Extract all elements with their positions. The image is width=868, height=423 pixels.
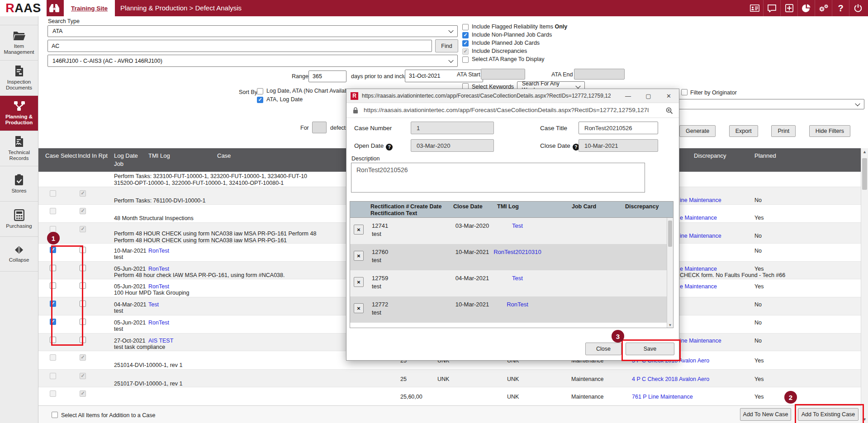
add-to-new-case-button[interactable]: Add To New Case bbox=[740, 408, 791, 421]
plus-square-icon[interactable] bbox=[780, 0, 797, 16]
scroll-down-arrow[interactable]: ▼ bbox=[861, 416, 868, 423]
case-select-checkbox[interactable] bbox=[50, 373, 56, 379]
include-option-checkbox[interactable] bbox=[462, 56, 469, 63]
action-button[interactable]: Hide Filters bbox=[809, 125, 850, 137]
tmi-log-link[interactable]: Test bbox=[148, 301, 159, 308]
sidebar-item-stores[interactable]: Stores bbox=[0, 166, 38, 201]
aircraft-select[interactable]: 146RJ100 - C-AIS3 (AC - AVRO 146RJ100) bbox=[47, 55, 458, 67]
case-select-checkbox[interactable] bbox=[50, 390, 56, 397]
save-button[interactable]: Save bbox=[626, 343, 674, 355]
case-select-checkbox[interactable] bbox=[50, 282, 56, 289]
tmi-log-link[interactable]: RonTest20210310 bbox=[486, 249, 549, 255]
scroll-thumb[interactable] bbox=[668, 221, 672, 247]
popup-table-scrollbar[interactable]: ▼ bbox=[667, 218, 673, 328]
minimize-button[interactable]: — bbox=[618, 89, 638, 103]
tmi-log-link[interactable]: RonTest bbox=[148, 320, 169, 326]
select-all-checkbox[interactable] bbox=[52, 412, 58, 418]
add-to-existing-case-button[interactable]: Add To Existing Case bbox=[798, 408, 859, 421]
search-type-select[interactable]: ATA bbox=[47, 25, 458, 37]
sidebar-item-planning-production[interactable]: Planning & Production bbox=[0, 95, 38, 131]
id-card-icon[interactable] bbox=[746, 0, 763, 16]
discrepancy-link[interactable]: 761 P Line Maintenance bbox=[632, 394, 693, 400]
case-select-checkbox[interactable] bbox=[50, 354, 56, 361]
case-select-checkbox[interactable] bbox=[50, 319, 56, 325]
popup-title-bar[interactable]: R https://raasais.aviationintertec.com/a… bbox=[346, 89, 679, 103]
tmi-log-link[interactable]: RonTest bbox=[486, 301, 549, 308]
include-option-checkbox[interactable] bbox=[462, 24, 469, 30]
close-window-button[interactable]: ✕ bbox=[659, 89, 679, 103]
remove-row-button[interactable]: ✕ bbox=[354, 225, 364, 235]
case-select-checkbox[interactable] bbox=[50, 337, 56, 343]
remove-row-button[interactable]: ✕ bbox=[354, 303, 364, 313]
incld-in-rpt-checkbox[interactable] bbox=[80, 337, 86, 343]
include-option-checkbox[interactable] bbox=[462, 40, 469, 47]
filter-originator-checkbox[interactable] bbox=[681, 89, 688, 95]
discrepancy-link[interactable]: ine Maintenance bbox=[680, 197, 721, 203]
range-input[interactable] bbox=[308, 70, 346, 82]
case-select-checkbox[interactable] bbox=[50, 226, 56, 232]
tab-training-site[interactable]: Training Site bbox=[64, 0, 115, 16]
defects-per-input[interactable] bbox=[312, 122, 327, 133]
close-button[interactable]: Close bbox=[585, 343, 621, 355]
vertical-scrollbar[interactable]: ▲ ▼ bbox=[861, 148, 868, 423]
sidebar-item-purchasing[interactable]: Purchasing bbox=[0, 201, 38, 236]
include-option-checkbox[interactable] bbox=[462, 48, 469, 55]
action-button[interactable]: Generate bbox=[679, 125, 716, 137]
ata-end-input[interactable] bbox=[574, 69, 625, 80]
pie-chart-icon[interactable] bbox=[797, 0, 815, 16]
tmi-log-link[interactable]: RonTest bbox=[148, 283, 169, 290]
scroll-down-arrow[interactable]: ▼ bbox=[667, 323, 673, 327]
sidebar-item-inspection-documents[interactable]: Inspection Documents bbox=[0, 60, 38, 95]
tmi-log-link[interactable]: AIS TEST bbox=[148, 338, 173, 344]
incld-in-rpt-checkbox[interactable] bbox=[80, 282, 86, 289]
incld-in-rpt-checkbox[interactable] bbox=[80, 319, 86, 325]
sort-option-checkbox[interactable] bbox=[257, 97, 263, 103]
tmi-log-link[interactable]: RonTest bbox=[148, 248, 169, 254]
remove-row-button[interactable]: ✕ bbox=[354, 251, 364, 261]
scroll-up-arrow[interactable]: ▲ bbox=[861, 148, 868, 155]
discrepancy-link[interactable]: 4 P C Check 2018 Avalon Aero bbox=[632, 376, 709, 382]
maximize-button[interactable]: ▢ bbox=[638, 89, 659, 103]
discrepancy-link[interactable]: e Maintenance bbox=[680, 215, 717, 221]
incld-in-rpt-checkbox[interactable] bbox=[80, 226, 86, 232]
action-button[interactable]: Export bbox=[729, 125, 758, 137]
discrepancy-link[interactable]: e Maintenance bbox=[680, 266, 717, 272]
case-select-checkbox[interactable] bbox=[50, 208, 56, 214]
case-select-checkbox[interactable] bbox=[50, 265, 56, 271]
incld-in-rpt-checkbox[interactable] bbox=[80, 190, 86, 197]
search-input[interactable] bbox=[47, 40, 432, 52]
sidebar-item-collapse[interactable]: Collapse bbox=[0, 236, 38, 272]
discrepancy-link[interactable]: ine Maintenance bbox=[680, 338, 721, 344]
scroll-thumb[interactable] bbox=[862, 158, 867, 190]
tmi-log-link[interactable]: Test bbox=[486, 275, 549, 282]
incld-in-rpt-checkbox[interactable] bbox=[80, 247, 86, 253]
tmi-log-link[interactable]: Test bbox=[486, 222, 549, 229]
discrepancy-link[interactable]: ine Maintenance bbox=[680, 233, 721, 239]
case-select-checkbox[interactable] bbox=[50, 301, 56, 307]
action-button[interactable]: Print bbox=[771, 125, 796, 137]
sort-option-checkbox[interactable] bbox=[257, 88, 263, 94]
power-icon[interactable] bbox=[849, 0, 866, 16]
help-icon[interactable]: ? bbox=[832, 0, 849, 16]
zoom-icon[interactable] bbox=[666, 107, 673, 114]
include-option-checkbox[interactable] bbox=[462, 32, 469, 38]
incld-in-rpt-checkbox[interactable] bbox=[80, 265, 86, 271]
case-select-checkbox[interactable] bbox=[50, 247, 56, 253]
help-circle-icon[interactable]: ? bbox=[386, 144, 393, 150]
incld-in-rpt-checkbox[interactable] bbox=[80, 301, 86, 307]
discrepancy-link[interactable]: e Maintenance bbox=[680, 283, 717, 290]
incld-in-rpt-checkbox[interactable] bbox=[80, 390, 86, 397]
sidebar-item-item-management[interactable]: Item Management bbox=[0, 25, 38, 60]
ata-start-input[interactable] bbox=[481, 69, 525, 80]
case-select-checkbox[interactable] bbox=[50, 190, 56, 197]
gears-icon[interactable] bbox=[815, 0, 832, 16]
incld-in-rpt-checkbox[interactable] bbox=[80, 208, 86, 214]
case-title-input[interactable]: RonTest20210526 bbox=[579, 122, 658, 134]
binoculars-icon[interactable] bbox=[49, 3, 60, 13]
find-button[interactable]: Find bbox=[435, 39, 458, 52]
incld-in-rpt-checkbox[interactable] bbox=[80, 373, 86, 379]
comment-icon[interactable] bbox=[763, 0, 780, 16]
description-textarea[interactable]: RonTest20210526 bbox=[351, 163, 645, 193]
incld-in-rpt-checkbox[interactable] bbox=[80, 354, 86, 361]
remove-row-button[interactable]: ✕ bbox=[354, 277, 364, 287]
